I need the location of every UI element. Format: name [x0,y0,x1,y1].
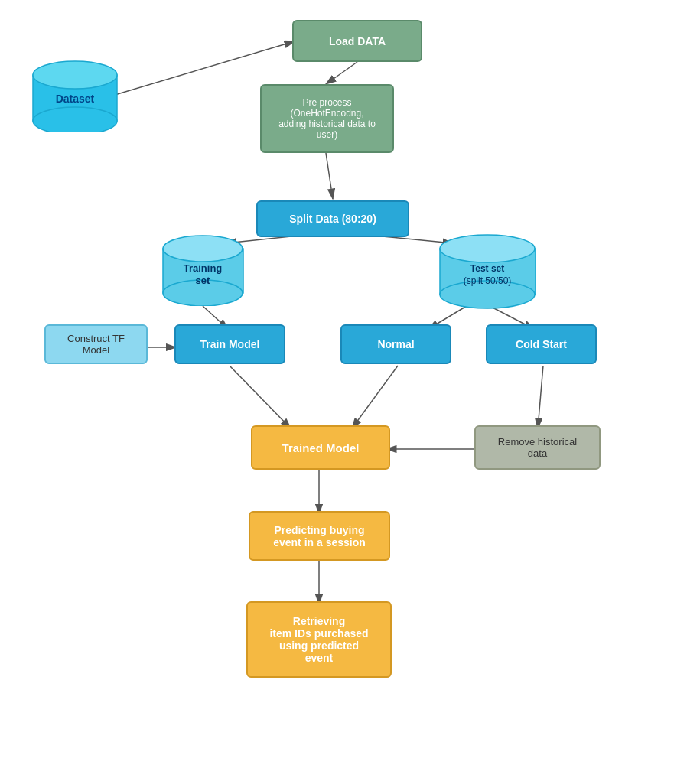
svg-point-21 [163,236,243,262]
svg-text:Training: Training [184,262,223,274]
svg-line-2 [326,62,357,84]
svg-line-10 [230,366,291,428]
construct-tf-label: Construct TFModel [67,333,125,356]
split-data-label: Split Data (80:20) [289,213,376,225]
svg-text:(split 50/50): (split 50/50) [464,275,512,286]
svg-line-12 [538,366,543,428]
test-set-cylinder: Test set (split 50/50) [436,233,539,310]
remove-hist-label: Remove historicaldata [498,436,577,459]
construct-tf-node: Construct TFModel [44,324,148,364]
cold-start-label: Cold Start [516,338,567,350]
normal-label: Normal [377,338,414,350]
remove-hist-node: Remove historicaldata [474,425,601,470]
svg-line-11 [352,366,398,428]
split-data-node: Split Data (80:20) [256,200,409,237]
dataset-cylinder: Dataset [29,60,121,132]
trained-model-label: Trained Model [282,441,360,454]
train-model-node: Train Model [174,324,285,364]
svg-text:Dataset: Dataset [56,93,95,105]
svg-line-3 [326,153,333,199]
svg-point-18 [33,107,117,132]
preprocess-node: Pre process(OneHotEncodng,adding histori… [260,84,394,153]
predict-event-label: Predicting buyingevent in a session [273,524,366,549]
dataset-cylinder-svg: Dataset [29,60,121,132]
retrieve-items-label: Retrievingitem IDs purchasedusing predic… [269,615,368,664]
svg-text:Test set: Test set [470,263,504,274]
svg-point-17 [33,61,117,89]
preprocess-label: Pre process(OneHotEncodng,adding histori… [278,97,376,140]
test-set-cylinder-svg: Test set (split 50/50) [436,233,539,310]
trained-model-node: Trained Model [251,425,390,470]
training-set-cylinder: Training set [159,233,247,306]
cold-start-node: Cold Start [486,324,597,364]
predict-event-node: Predicting buyingevent in a session [249,511,390,561]
svg-text:set: set [196,275,210,286]
retrieve-items-node: Retrievingitem IDs purchasedusing predic… [246,601,392,678]
load-data-label: Load DATA [329,35,386,47]
normal-node: Normal [340,324,451,364]
training-set-cylinder-svg: Training set [159,233,247,306]
svg-point-26 [440,235,535,262]
train-model-label: Train Model [200,338,260,350]
load-data-node: Load DATA [292,20,422,62]
